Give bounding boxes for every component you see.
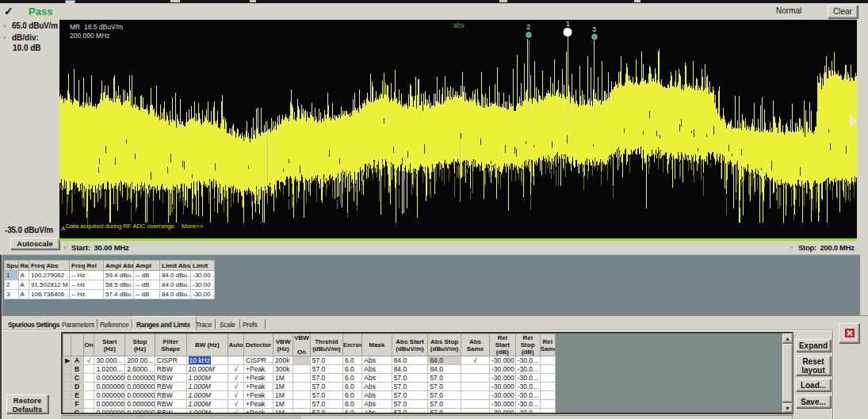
svg-text:200.000 MHz: 200.000 MHz xyxy=(70,32,110,40)
svg-text:2: 2 xyxy=(526,23,530,31)
svg-text:MR 18.5 dBuV/m: MR 18.5 dBuV/m xyxy=(70,23,123,31)
svg-text:abs: abs xyxy=(453,21,465,29)
svg-text:More>>: More>> xyxy=(182,223,204,230)
svg-text:Data acquired during RF ADC ov: Data acquired during RF ADC overrange xyxy=(66,223,174,230)
svg-text:3: 3 xyxy=(592,25,596,33)
svg-text:1: 1 xyxy=(566,20,570,28)
